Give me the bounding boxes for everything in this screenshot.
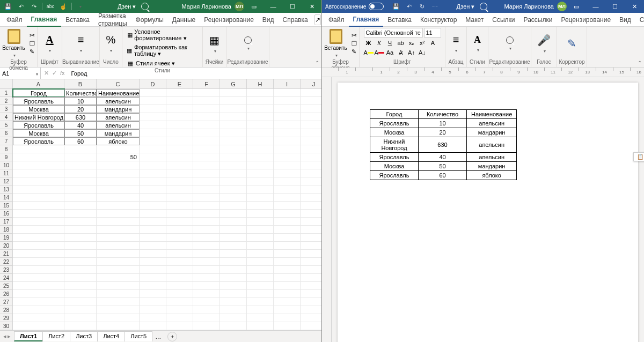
cell-D28[interactable]: [140, 306, 166, 314]
paste-button[interactable]: Вставить: [323, 28, 348, 59]
change-case-button[interactable]: Aa: [385, 48, 395, 57]
col-header-H[interactable]: H: [247, 79, 274, 89]
paste-options-tag[interactable]: 📋(Ctrl) ▾: [633, 152, 644, 161]
pasted-table[interactable]: ГородКоличествоНаименованиеЯрославль10ап…: [370, 109, 517, 180]
cell-D9[interactable]: [140, 153, 166, 161]
cell-H3[interactable]: [247, 105, 274, 113]
cell-F10[interactable]: [193, 161, 220, 169]
menu-Вставка[interactable]: Вставка: [61, 13, 94, 27]
menu-Файл[interactable]: Файл: [324, 13, 349, 27]
cell-E13[interactable]: [166, 185, 193, 194]
cell-I23[interactable]: [274, 266, 301, 274]
cell-E4[interactable]: [166, 113, 193, 121]
avatar[interactable]: МЛ: [235, 2, 244, 11]
row-header-1[interactable]: 1: [0, 89, 13, 97]
cell-A25[interactable]: [13, 282, 64, 290]
cell-H18[interactable]: [247, 226, 274, 234]
cell-H26[interactable]: [247, 290, 274, 298]
cell-styles-button[interactable]: ▦Стили ячеек ▾: [126, 59, 176, 68]
cell-C3[interactable]: мандарин: [97, 105, 140, 113]
cell-B28[interactable]: [64, 306, 97, 314]
td[interactable]: мандарин: [467, 162, 517, 171]
cell-E9[interactable]: [166, 153, 193, 161]
cell-C7[interactable]: яблоко: [97, 137, 140, 145]
enter-icon[interactable]: ✓: [52, 70, 57, 77]
cell-B6[interactable]: 50: [64, 129, 97, 137]
cell-A1[interactable]: Город: [13, 89, 64, 97]
cell-E19[interactable]: [166, 234, 193, 242]
cell-H29[interactable]: [247, 314, 274, 322]
td[interactable]: 20: [419, 128, 467, 137]
cell-I9[interactable]: [274, 153, 301, 161]
cell-F18[interactable]: [193, 226, 220, 234]
dictate-button[interactable]: 🎤: [536, 33, 552, 55]
cell-B17[interactable]: [64, 218, 97, 226]
save-icon[interactable]: 💾: [391, 2, 401, 11]
cell-I11[interactable]: [274, 169, 301, 177]
cell-G3[interactable]: [220, 105, 247, 113]
cell-G30[interactable]: [220, 322, 247, 330]
add-sheet-button[interactable]: +: [167, 332, 177, 341]
cell-B16[interactable]: [64, 210, 97, 218]
format-painter-icon[interactable]: [28, 48, 36, 55]
cell-D25[interactable]: [140, 282, 166, 290]
fx-icon[interactable]: fx: [60, 70, 65, 77]
row-header-11[interactable]: 11: [0, 169, 13, 177]
cell-E28[interactable]: [166, 306, 193, 314]
cell-J18[interactable]: [301, 226, 321, 234]
row-header-29[interactable]: 29: [0, 314, 13, 322]
document-area[interactable]: ГородКоличествоНаименованиеЯрославль10ап…: [332, 77, 644, 342]
cell-C25[interactable]: [97, 282, 140, 290]
cell-I7[interactable]: [274, 137, 301, 145]
cell-H16[interactable]: [247, 210, 274, 218]
cell-A26[interactable]: [13, 290, 64, 298]
row-header-19[interactable]: 19: [0, 234, 13, 242]
title-text[interactable]: Дзен ▾: [118, 3, 136, 10]
cell-A16[interactable]: [13, 210, 64, 218]
cell-D1[interactable]: [140, 89, 166, 97]
cell-G15[interactable]: [220, 202, 247, 210]
cell-A5[interactable]: Ярославль: [13, 121, 64, 129]
cell-D14[interactable]: [140, 194, 166, 202]
cancel-icon[interactable]: ✕: [44, 70, 49, 77]
cell-A9[interactable]: [13, 153, 64, 161]
cell-G16[interactable]: [220, 210, 247, 218]
cell-F5[interactable]: [193, 121, 220, 129]
row-header-12[interactable]: 12: [0, 177, 13, 185]
cell-E12[interactable]: [166, 177, 193, 185]
cell-I13[interactable]: [274, 185, 301, 194]
row-header-28[interactable]: 28: [0, 306, 13, 314]
cell-I8[interactable]: [274, 145, 301, 153]
cell-H8[interactable]: [247, 145, 274, 153]
cell-J5[interactable]: [301, 121, 321, 129]
menu-Вид[interactable]: Вид: [258, 13, 279, 27]
menu-Справка[interactable]: Справка: [279, 13, 312, 27]
more-icon[interactable]: ⋯: [430, 2, 440, 11]
cell-H14[interactable]: [247, 194, 274, 202]
cell-B24[interactable]: [64, 274, 97, 282]
cell-J9[interactable]: [301, 153, 321, 161]
td[interactable]: Москва: [370, 162, 419, 171]
menu-Формулы[interactable]: Формулы: [131, 13, 168, 27]
cond-format-button[interactable]: ▦Условное форматирование ▾: [126, 28, 199, 42]
menu-Рецензирование[interactable]: Рецензирование: [557, 13, 615, 27]
cell-D6[interactable]: [140, 129, 166, 137]
cell-G20[interactable]: [220, 242, 247, 250]
cell-I2[interactable]: [274, 97, 301, 105]
cell-C10[interactable]: [97, 161, 140, 169]
cell-F22[interactable]: [193, 258, 220, 266]
ribbon-options-icon[interactable]: ▭: [244, 0, 264, 13]
cell-J11[interactable]: [301, 169, 321, 177]
td[interactable]: 50: [419, 162, 467, 171]
horizontal-ruler[interactable]: 11234567891011121314151617: [322, 68, 644, 77]
namebox-chevron-icon[interactable]: [35, 70, 38, 77]
td[interactable]: мандарин: [467, 128, 517, 137]
cell-H27[interactable]: [247, 298, 274, 306]
sheet-tab-Лист3[interactable]: Лист3: [70, 331, 98, 341]
cell-A8[interactable]: [13, 145, 64, 153]
cell-E23[interactable]: [166, 266, 193, 274]
cell-C22[interactable]: [97, 258, 140, 266]
cell-F9[interactable]: [193, 153, 220, 161]
cells-button[interactable]: ▦: [208, 33, 221, 55]
cell-H24[interactable]: [247, 274, 274, 282]
